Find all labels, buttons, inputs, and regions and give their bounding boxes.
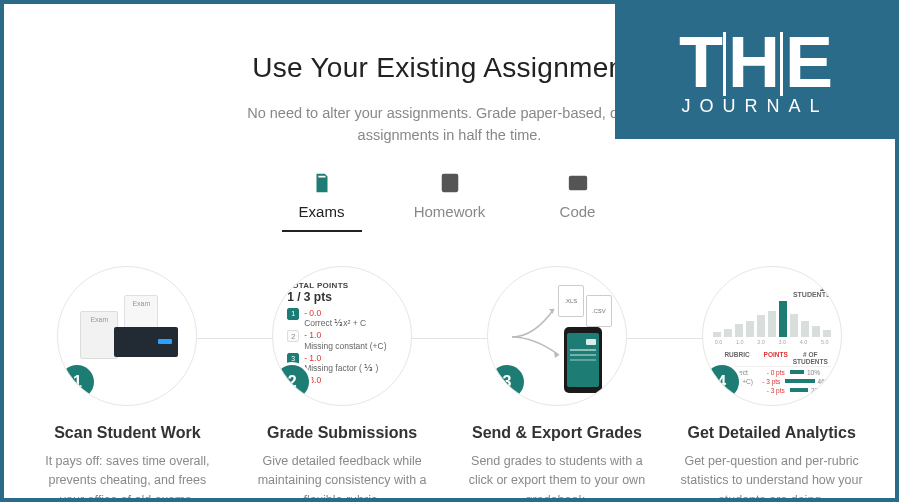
step-description: Give detailed feedback while maintaining… xyxy=(247,452,438,502)
code-icon xyxy=(566,171,590,195)
step-title: Send & Export Grades xyxy=(462,424,653,442)
step-number-badge: 4 xyxy=(705,365,739,399)
scanner-icon xyxy=(114,327,178,357)
step-export: .XLS .CSV 3 Send & Export Grades Send gr… xyxy=(462,266,653,502)
tab-label: Code xyxy=(560,203,596,220)
step-illustration-grade: TOTAL POINTS 1 / 3 pts 1- 0.0Correct ⅓x²… xyxy=(272,266,412,406)
step-description: Get per-question and per-rubric statisti… xyxy=(676,452,867,502)
tab-exams[interactable]: Exams xyxy=(282,171,362,232)
histogram-axis: 0.01.02.03.04.05.0 xyxy=(713,339,831,345)
tab-homework[interactable]: Homework xyxy=(410,171,490,232)
rubric-chip: 3 xyxy=(287,353,299,365)
tab-code[interactable]: Code xyxy=(538,171,618,232)
histogram-bars xyxy=(713,301,831,337)
the-journal-logo: T H E JOURNAL xyxy=(615,4,895,139)
logo-letter-t: T xyxy=(679,26,721,98)
step-scan: Exam Exam 1 Scan Student Work It pays of… xyxy=(32,266,223,502)
rubric-score: 1 / 3 pts xyxy=(287,290,401,304)
exam-icon xyxy=(310,171,334,195)
rubric-chip: 1 xyxy=(287,308,299,320)
phone-icon xyxy=(564,327,602,393)
step-illustration-analytics: 17STUDENTS 0.01.02.03.04.05.0 RUBRICPOIN… xyxy=(702,266,842,406)
tab-label: Exams xyxy=(299,203,345,220)
step-description: It pays off: saves time overall, prevent… xyxy=(32,452,223,502)
student-count: 17STUDENTS xyxy=(713,283,831,299)
logo-subtitle: JOURNAL xyxy=(681,96,828,117)
logo-letter-e: E xyxy=(785,26,831,98)
step-analytics: 17STUDENTS 0.01.02.03.04.05.0 RUBRICPOIN… xyxy=(676,266,867,502)
logo-divider xyxy=(723,32,726,96)
step-number-badge: 2 xyxy=(275,365,309,399)
step-title: Grade Submissions xyxy=(247,424,438,442)
csv-file-icon: .CSV xyxy=(586,295,612,327)
step-illustration-scan: Exam Exam 1 xyxy=(57,266,197,406)
rubric-chip: 2 xyxy=(287,330,299,342)
step-grade: TOTAL POINTS 1 / 3 pts 1- 0.0Correct ⅓x²… xyxy=(247,266,438,502)
step-title: Scan Student Work xyxy=(32,424,223,442)
assignment-type-tabs: Exams Homework Code xyxy=(4,171,895,232)
workflow-steps: Exam Exam 1 Scan Student Work It pays of… xyxy=(4,266,895,502)
step-description: Send grades to students with a click or … xyxy=(462,452,653,502)
rubric-heading: TOTAL POINTS xyxy=(287,281,401,290)
step-title: Get Detailed Analytics xyxy=(676,424,867,442)
step-number-badge: 3 xyxy=(490,365,524,399)
homework-icon xyxy=(438,171,462,195)
exam-paper-icon: Exam xyxy=(80,311,118,359)
logo-divider xyxy=(780,32,783,96)
tab-label: Homework xyxy=(414,203,486,220)
step-illustration-export: .XLS .CSV 3 xyxy=(487,266,627,406)
xls-file-icon: .XLS xyxy=(558,285,584,317)
logo-letter-h: H xyxy=(728,26,778,98)
